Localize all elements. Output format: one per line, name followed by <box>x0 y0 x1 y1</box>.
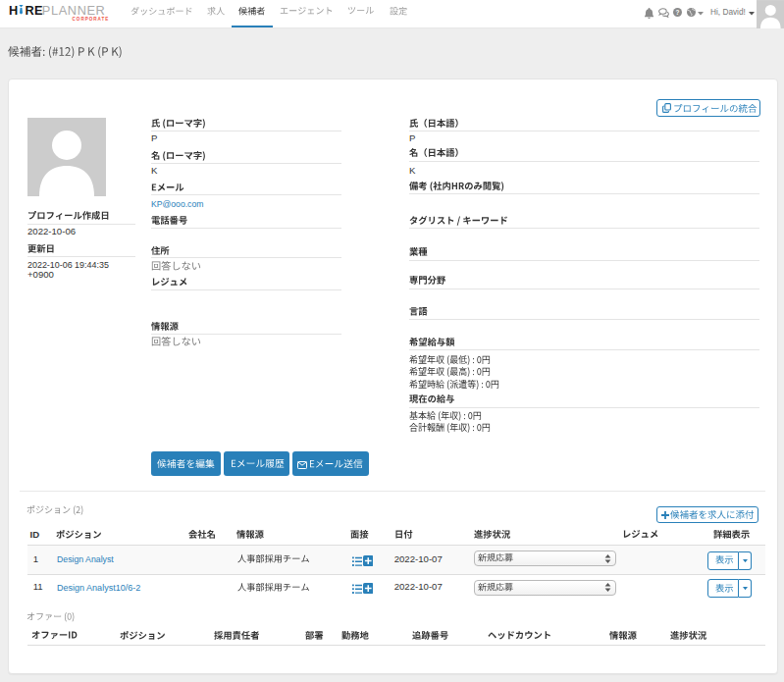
svg-text:?: ? <box>675 9 679 16</box>
